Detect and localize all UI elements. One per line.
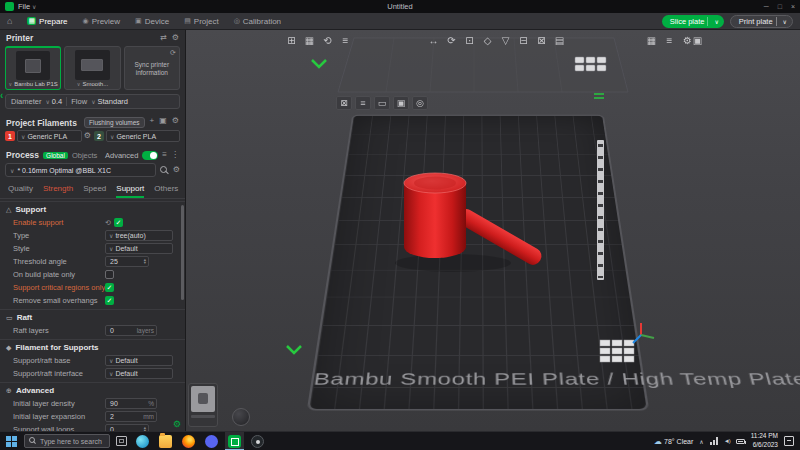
add-filament-icon[interactable]: + (150, 117, 155, 128)
cut-icon[interactable]: ⊠ (534, 33, 549, 47)
taskbar-app-recorder[interactable] (248, 432, 267, 450)
assembly-view-icon[interactable]: ▦ (644, 33, 659, 47)
slice-options-caret-icon[interactable]: ∨ (711, 18, 721, 25)
plate-settings-icon[interactable]: ≡ (355, 96, 371, 110)
slice-plate-button[interactable]: Slice plate ∨ (662, 15, 724, 28)
minimize-button[interactable]: ─ (764, 3, 769, 10)
scale-icon[interactable]: ⊡ (462, 33, 477, 47)
global-badge[interactable]: Global (43, 152, 68, 159)
threshold-angle-input[interactable]: 25 ▴▾ (105, 256, 149, 267)
close-button[interactable]: × (791, 3, 795, 10)
plate-type-card[interactable]: ∨ Smooth... (64, 46, 120, 90)
taskbar-app-explorer[interactable] (156, 432, 175, 450)
support-wall-loops-input[interactable]: 0 ▴▾ (105, 424, 149, 431)
plate-image-icon[interactable]: ▣ (393, 96, 409, 110)
mirror-icon[interactable]: ◇ (480, 33, 495, 47)
split-icon[interactable]: ⊟ (516, 33, 531, 47)
sidebar-collapse-icon[interactable]: ‹ (0, 90, 3, 101)
setup-gear-icon[interactable]: ⚙ (173, 419, 181, 429)
perspective-cube-icon[interactable]: ▣ (690, 33, 705, 47)
process-sliders-icon[interactable]: ⋮ (171, 151, 179, 159)
settings-scrollbar[interactable] (181, 205, 184, 300)
network-icon[interactable] (710, 437, 718, 445)
filament-1-dropdown[interactable]: ∨ Generic PLA (17, 130, 82, 142)
home-icon[interactable]: ⌂ (7, 16, 12, 26)
filament-2-color-badge[interactable]: 2 (94, 131, 104, 141)
support-raft-base-dropdown[interactable]: ∨ Default (105, 355, 173, 366)
add-object-icon[interactable]: ⊞ (284, 33, 299, 47)
plate-name-icon[interactable]: ▭ (374, 96, 390, 110)
taskbar-clock[interactable]: 11:24 PM 6/6/2023 (751, 432, 778, 450)
printer-card[interactable]: ∨ Bambu Lab P1S (5, 46, 61, 90)
tab-prepare[interactable]: ▦ Prepare (27, 17, 67, 26)
tray-expand-icon[interactable]: ∧ (699, 438, 703, 445)
filament-1-color-badge[interactable]: 1 (5, 131, 15, 141)
preset-settings-icon[interactable]: ⚙ (173, 166, 180, 174)
move-icon[interactable]: ↔ (426, 33, 441, 47)
search-preset-icon[interactable] (160, 166, 169, 175)
save-filament-icon[interactable]: ▣ (159, 117, 167, 128)
objects-toggle-label[interactable]: Objects (72, 151, 97, 160)
plate-thumbnail-card[interactable] (188, 383, 218, 427)
flushing-volumes-button[interactable]: Flushing volumes (84, 117, 145, 128)
file-menu[interactable]: File ∨ (18, 2, 37, 11)
process-preset-dropdown[interactable]: ∨ * 0.16mm Optimal @BBL X1C (5, 163, 156, 177)
weather-widget[interactable]: ☁ 78° Clear (654, 437, 693, 446)
printer-settings-icon[interactable]: ⚙ (172, 34, 179, 42)
speaker-icon[interactable]: ◄) (724, 438, 730, 444)
battery-icon[interactable] (736, 439, 745, 444)
tab-project[interactable]: ▤ Project (184, 17, 219, 26)
print-options-caret-icon[interactable]: ∨ (780, 18, 790, 25)
filament-2-dropdown[interactable]: ∨ Generic PLA (106, 130, 180, 142)
taskbar-app-chat[interactable] (202, 432, 221, 450)
taskbar-app-firefox[interactable] (179, 432, 198, 450)
navigation-ball[interactable] (232, 408, 250, 426)
sync-printer-card[interactable]: ⟳ Sync printer information (124, 46, 180, 90)
initial-layer-expansion-input[interactable]: 2 mm (105, 411, 157, 422)
lock-plate-icon[interactable]: ⊠ (336, 96, 352, 110)
maximize-button[interactable]: □ (778, 3, 782, 10)
mesh-edit-icon[interactable]: ▤ (552, 33, 567, 47)
tab-quality[interactable]: Quality (8, 184, 33, 198)
rotate-icon[interactable]: ⟳ (444, 33, 459, 47)
diameter-dropdown[interactable]: ∨ 0.4 (45, 97, 62, 106)
taskbar-app-edge[interactable] (133, 432, 152, 450)
add-plate-icon[interactable]: ▦ (302, 33, 317, 47)
lay-flat-icon[interactable]: ▽ (498, 33, 513, 47)
start-button[interactable] (6, 436, 17, 447)
initial-layer-density-input[interactable]: 90 % (105, 398, 157, 409)
support-type-dropdown[interactable]: ∨ tree(auto) (105, 230, 173, 241)
print-plate-button[interactable]: Print plate ∨ (730, 15, 793, 28)
filament-edit-icon[interactable]: ⚙ (84, 132, 91, 140)
remove-overhangs-checkbox[interactable]: ✓ (105, 296, 114, 305)
objects-list-icon[interactable]: ≡ (662, 33, 677, 47)
taskbar-search[interactable]: Type here to search (24, 434, 110, 448)
flow-dropdown[interactable]: ∨ Standard (91, 97, 128, 106)
plate-marker-icon[interactable]: ◎ (412, 96, 428, 110)
tab-preview[interactable]: ◉ Preview (83, 17, 121, 26)
process-list-icon[interactable]: ≡ (162, 151, 167, 159)
critical-regions-checkbox[interactable]: ✓ (105, 283, 114, 292)
support-raft-interface-dropdown[interactable]: ∨ Default (105, 368, 173, 379)
task-view-button[interactable] (116, 436, 127, 446)
tab-strength[interactable]: Strength (43, 184, 73, 198)
support-style-dropdown[interactable]: ∨ Default (105, 243, 173, 254)
raft-layers-input[interactable]: 0 layers (105, 325, 157, 336)
build-plate[interactable]: Bambu Smooth PEI Plate / High Temp Plate (307, 115, 650, 411)
tab-others[interactable]: Others (154, 184, 178, 198)
auto-orient-icon[interactable]: ⟲ (320, 33, 335, 47)
connection-icon[interactable]: ⇄ (160, 34, 167, 42)
enable-support-checkbox[interactable]: ✓ (114, 218, 123, 227)
tab-support[interactable]: Support (116, 184, 144, 198)
taskbar-app-bambu-studio[interactable] (225, 432, 244, 450)
action-center-icon[interactable] (784, 436, 794, 446)
filament-settings-icon[interactable]: ⚙ (172, 117, 179, 128)
advanced-toggle[interactable] (142, 151, 158, 160)
arrange-icon[interactable]: ≡ (338, 33, 353, 47)
spinner-arrows-icon[interactable]: ▴▾ (144, 259, 146, 264)
reset-icon[interactable]: ⟲ (105, 219, 111, 227)
tab-device[interactable]: ▣ Device (135, 17, 169, 26)
viewport-3d[interactable]: Bambu Smooth PEI Plate / High Temp Plate (186, 30, 800, 431)
on-build-plate-only-checkbox[interactable] (105, 270, 114, 279)
tab-speed[interactable]: Speed (83, 184, 106, 198)
